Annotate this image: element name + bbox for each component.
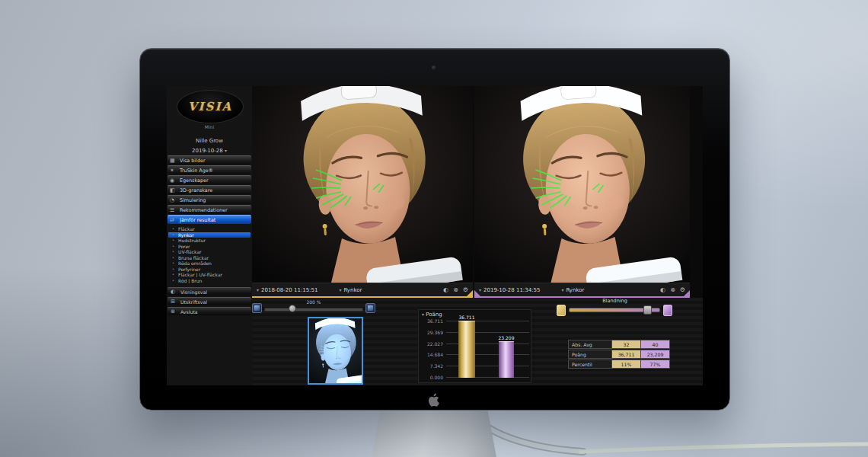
view-images-icon: ▦ [170, 156, 175, 165]
truskin-icon: ✶ [170, 166, 174, 174]
sub-item-uv-spots[interactable]: •UV-fläckar [168, 249, 251, 254]
overlay-toggle-icon[interactable]: ⊗ [670, 286, 675, 293]
baseline-score-bar [458, 321, 475, 378]
sub-item-red-areas[interactable]: •Röda områden [168, 260, 251, 266]
score-chart: ▾ Poäng 36.711 29.369 22.027 14.684 7.34… [418, 309, 531, 383]
exit-icon: ⊗ [171, 308, 175, 315]
bullet-icon: • [172, 226, 174, 232]
sub-item-porphyrins[interactable]: •Porfyriner [168, 267, 251, 272]
zoom-in-thumbnail-icon[interactable] [365, 303, 375, 313]
view-options-icon: ◐ [171, 288, 175, 296]
sidebar-item-view-images[interactable]: ▦Visa bilder [168, 155, 251, 165]
table-row: Percentil 11% 77% [568, 360, 671, 369]
sidebar-item-recommendations[interactable]: ☰Rekommendationer [168, 205, 251, 214]
sub-item-label: Porfyriner [178, 267, 200, 272]
blend-slider-handle[interactable] [643, 305, 652, 315]
chevron-down-icon[interactable]: ▾ [257, 287, 259, 292]
chevron-down-icon[interactable]: ▾ [561, 287, 563, 292]
bullet-icon: • [172, 249, 174, 254]
brightness-icon[interactable]: ◐ [660, 286, 665, 293]
appearance-icon: ◉ [170, 176, 174, 184]
bullet-icon: • [172, 278, 174, 283]
zoom-slider-handle[interactable] [289, 305, 296, 312]
zoom-slider-track[interactable] [264, 308, 363, 312]
sub-item-wrinkles[interactable]: •Rynkor [168, 232, 251, 238]
followup-color-swatch[interactable] [663, 305, 672, 316]
sub-item-pores[interactable]: •Porer [168, 244, 251, 249]
sidebar: VISIA Mini Nille Grow 2019-10-28 ▾ ▦Visa… [167, 86, 253, 385]
followup-cell: 23,209 [641, 350, 670, 359]
baseline-date[interactable]: 2018-08-20 11:15:51 [261, 287, 318, 293]
sub-item-label: Röd | Brun [178, 278, 202, 283]
followup-toolbar: ▾ 2019-10-28 11:34:55 ▾Rynkor ◐ ⊗ ⚙ [474, 283, 690, 296]
followup-mode[interactable]: Rynkor [566, 287, 584, 293]
y-tick: 36.711 [419, 318, 443, 324]
baseline-cell: 36,711 [612, 350, 641, 359]
sub-item-label: Röda områden [178, 260, 212, 266]
sub-item-label: Bruna fläckar [178, 255, 209, 260]
zoom-out-thumbnail-icon[interactable] [252, 303, 262, 313]
row-label: Abs. Avg [568, 340, 612, 349]
y-tick: 7.342 [419, 363, 443, 369]
baseline-cell: 32 [612, 340, 641, 349]
button-label: Utskriftsval [180, 299, 207, 305]
sidebar-item-label: Jämför resultat [180, 217, 215, 223]
sub-item-label: Hudstruktur [178, 238, 206, 243]
brand-subtitle: Mini [167, 124, 252, 129]
sub-item-brown-spots[interactable]: •Bruna fläckar [168, 255, 251, 260]
followup-portrait-image [474, 86, 690, 283]
patient-name: Nille Grow [167, 138, 252, 144]
visia-logo-text: VISIA [188, 100, 232, 113]
baseline-mode[interactable]: Rynkor [343, 287, 362, 293]
button-label: Avsluta [180, 309, 198, 315]
print-options-button[interactable]: ⊞Utskriftsval [168, 297, 251, 305]
sidebar-item-features[interactable]: ◉Egenskaper [168, 175, 251, 184]
sub-item-label: Rynkor [178, 232, 194, 238]
sidebar-item-compare-results[interactable]: ⇄Jämför resultat [168, 215, 251, 224]
exit-button[interactable]: ⊗Avsluta [168, 307, 251, 315]
sidebar-item-label: Simulering [180, 197, 206, 203]
sidebar-item-label: Visa bilder [180, 158, 206, 164]
simulation-icon: ◔ [170, 196, 174, 204]
row-label: Poäng [568, 350, 612, 359]
sub-item-spots-uv[interactable]: •Fläckar | UV-fläckar [168, 272, 251, 277]
sidebar-item-truskin-age[interactable]: ✶TruSkin Age® [168, 165, 251, 174]
sub-item-label: Fläckar | UV-fläckar [178, 272, 222, 277]
bullet-icon: • [172, 260, 174, 266]
bullet-icon: • [172, 232, 174, 238]
session-date-dropdown[interactable]: 2019-10-28 ▾ [167, 148, 252, 154]
chart-title-dropdown[interactable]: ▾ Poäng [422, 312, 442, 318]
followup-corner-marker-right [684, 290, 690, 296]
monitor-stand [358, 408, 510, 457]
followup-score-bar [499, 341, 514, 378]
row-label: Percentil [568, 360, 612, 369]
followup-score-value: 23.209 [491, 335, 522, 340]
blend-slider-label: Blandning [555, 298, 675, 304]
followup-corner-marker-left [474, 290, 480, 296]
chevron-down-icon: ▾ [225, 148, 227, 153]
brightness-icon[interactable]: ◐ [443, 286, 448, 293]
baseline-portrait-image [252, 86, 473, 283]
y-tick: 14.684 [419, 352, 443, 357]
followup-photo[interactable] [474, 86, 690, 283]
baseline-color-swatch[interactable] [557, 305, 566, 316]
bullet-icon: • [172, 255, 174, 260]
sidebar-item-3d-viewer[interactable]: ◧3D-granskare [168, 185, 251, 194]
overlay-toggle-icon[interactable]: ⊗ [453, 286, 458, 293]
sidebar-item-simulation[interactable]: ◔Simulering [168, 195, 251, 204]
sub-item-texture[interactable]: •Hudstruktur [168, 238, 251, 243]
followup-date[interactable]: 2019-10-28 11:34:55 [483, 287, 540, 293]
bullet-icon: • [172, 272, 174, 277]
recommendations-icon: ☰ [170, 206, 174, 214]
view-options-button[interactable]: ◐Visningsval [168, 287, 251, 296]
3d-viewer-icon: ◧ [170, 186, 175, 194]
sub-item-spots[interactable]: •Fläckar [168, 226, 251, 232]
bullet-icon: • [172, 238, 174, 243]
sidebar-item-label: Egenskaper [180, 177, 209, 184]
baseline-photo[interactable] [252, 86, 473, 283]
sidebar-item-label: Rekommendationer [180, 207, 228, 213]
navigation-thumbnail[interactable] [308, 317, 363, 385]
baseline-corner-marker [467, 290, 473, 296]
sub-item-red-brown[interactable]: •Röd | Brun [168, 278, 251, 283]
chevron-down-icon[interactable]: ▾ [339, 287, 341, 292]
